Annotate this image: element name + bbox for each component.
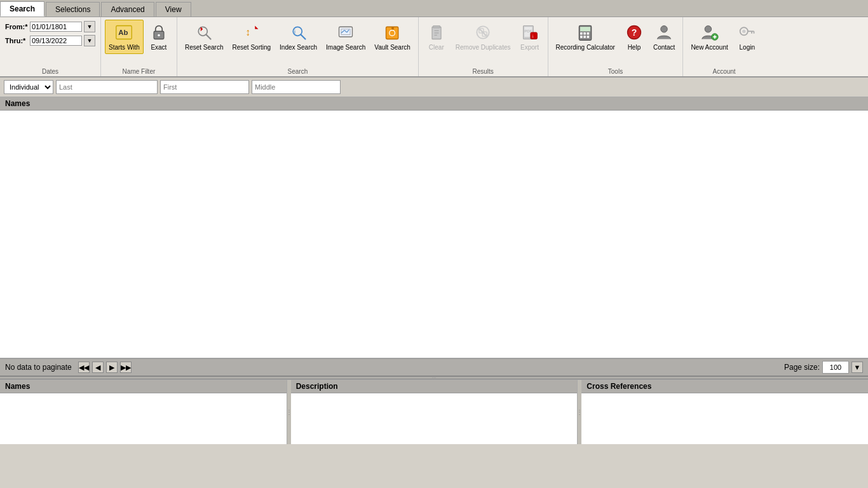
pagination-bar: No data to paginate ◀◀ ◀ ▶ ▶▶ Page size:… [0, 358, 868, 376]
login-label: Login [740, 44, 755, 51]
svg-point-48 [742, 30, 745, 33]
new-account-icon [700, 22, 720, 43]
recording-calculator-icon [575, 22, 595, 43]
from-label: From:* [5, 23, 28, 30]
pagination-left: No data to paginate ◀◀ ◀ ▶ ▶▶ [5, 362, 132, 373]
svg-line-8 [301, 35, 305, 39]
bottom-panel-names-content [0, 393, 287, 444]
name-filter-group-label: Name Filter [105, 67, 173, 76]
svg-rect-35 [584, 32, 587, 35]
last-name-input[interactable] [56, 80, 158, 94]
thru-date-row: Thru:* ▼ [5, 35, 95, 46]
dates-group: From:* ▼ Thru:* ▼ Dates [0, 17, 101, 76]
exact-button[interactable]: Exact [145, 20, 173, 54]
account-group-label: Account [687, 67, 761, 76]
svg-point-3 [158, 34, 160, 37]
vault-search-icon [383, 22, 403, 43]
bottom-panel-description-header: Description [291, 380, 578, 393]
svg-text:↕: ↕ [245, 27, 250, 37]
svg-rect-37 [580, 36, 583, 38]
image-search-button[interactable]: Image Search [322, 20, 369, 54]
bottom-panel-names-header: Names [0, 380, 287, 393]
bottom-panel-cross-refs-header: Cross References [581, 380, 868, 393]
image-search-icon [336, 22, 356, 43]
ribbon: From:* ▼ Thru:* ▼ Dates Ab [0, 17, 868, 78]
search-bar: Individual Company All [0, 78, 868, 97]
last-page-button[interactable]: ▶▶ [120, 362, 132, 373]
recording-calculator-label: Recording Calculator [556, 44, 615, 51]
tools-group-label: Tools [552, 67, 679, 76]
account-group: New Account Login Account [683, 17, 764, 76]
svg-point-42 [661, 26, 668, 33]
page-size-input[interactable] [822, 361, 849, 374]
thru-date-dropdown[interactable]: ▼ [84, 35, 95, 46]
export-icon: PDF ↓ [520, 22, 540, 43]
new-account-button[interactable]: New Account [687, 20, 731, 54]
svg-rect-34 [580, 32, 583, 35]
middle-name-input[interactable] [252, 80, 341, 94]
main-area: Names [0, 97, 868, 358]
exact-label: Exact [151, 44, 166, 51]
tab-selections[interactable]: Selections [46, 2, 100, 17]
export-label: Export [520, 44, 539, 51]
tab-view[interactable]: View [156, 2, 191, 17]
remove-duplicates-button[interactable]: Remove Duplicates [452, 20, 515, 54]
name-filter-group: Ab Starts With Exact Name Filter [101, 17, 177, 76]
vault-search-label: Vault Search [374, 44, 410, 51]
first-name-input[interactable] [160, 80, 249, 94]
type-dropdown[interactable]: Individual Company All [4, 80, 53, 94]
tab-advanced[interactable]: Advanced [101, 2, 154, 17]
bottom-panel-names: Names [0, 380, 287, 444]
reset-search-button[interactable]: Reset Search [181, 20, 227, 54]
exact-icon [149, 22, 169, 43]
contact-button[interactable]: Contact [649, 20, 679, 54]
recording-calculator-button[interactable]: Recording Calculator [552, 20, 619, 54]
results-group: Clear Remove Duplicates [419, 17, 548, 76]
from-date-row: From:* ▼ [5, 21, 95, 32]
names-table-area [0, 111, 868, 358]
reset-search-icon [194, 22, 214, 43]
clear-button[interactable]: Clear [423, 20, 451, 54]
index-search-icon: i [288, 22, 309, 43]
results-group-label: Results [423, 67, 544, 76]
first-page-button[interactable]: ◀◀ [78, 362, 90, 373]
help-button[interactable]: ? Help [620, 20, 648, 54]
image-search-label: Image Search [326, 44, 365, 51]
bottom-panels: Names Description Cross References [0, 379, 868, 444]
index-search-button[interactable]: i Index Search [276, 20, 321, 54]
svg-text:?: ? [632, 27, 637, 37]
contact-label: Contact [653, 44, 675, 51]
vault-search-button[interactable]: Vault Search [370, 20, 414, 54]
svg-line-24 [480, 29, 487, 36]
bottom-panel-description: Description [291, 380, 578, 444]
bottom-panel-cross-refs: Cross References [581, 380, 868, 444]
starts-with-button[interactable]: Ab Starts With [105, 20, 144, 54]
prev-page-button[interactable]: ◀ [92, 362, 104, 373]
pagination-right: Page size: ▼ [784, 361, 863, 374]
names-header: Names [0, 97, 868, 111]
contact-icon [654, 22, 674, 43]
svg-text:i: i [294, 29, 295, 35]
page-size-dropdown[interactable]: ▼ [851, 362, 863, 373]
help-label: Help [628, 44, 641, 51]
svg-line-5 [207, 35, 211, 39]
export-button[interactable]: PDF ↓ Export [516, 20, 544, 54]
search-group-label: Search [181, 67, 414, 76]
thru-label: Thru:* [5, 37, 28, 44]
svg-rect-39 [587, 36, 590, 38]
starts-with-label: Starts With [109, 44, 140, 51]
tab-bar: Search Selections Advanced View [0, 0, 868, 17]
svg-rect-38 [584, 36, 587, 38]
login-button[interactable]: Login [733, 20, 761, 54]
reset-sorting-button[interactable]: ↕ Reset Sorting [229, 20, 275, 54]
thru-date-input[interactable] [30, 36, 82, 46]
svg-text:Ab: Ab [119, 29, 128, 36]
tools-group: Recording Calculator ? Help [548, 17, 684, 76]
reset-search-label: Reset Search [185, 44, 224, 51]
next-page-button[interactable]: ▶ [106, 362, 118, 373]
from-date-dropdown[interactable]: ▼ [84, 21, 95, 32]
dates-group-label: Dates [5, 67, 95, 76]
tab-search[interactable]: Search [0, 1, 44, 17]
remove-duplicates-label: Remove Duplicates [456, 44, 511, 51]
from-date-input[interactable] [30, 22, 82, 32]
